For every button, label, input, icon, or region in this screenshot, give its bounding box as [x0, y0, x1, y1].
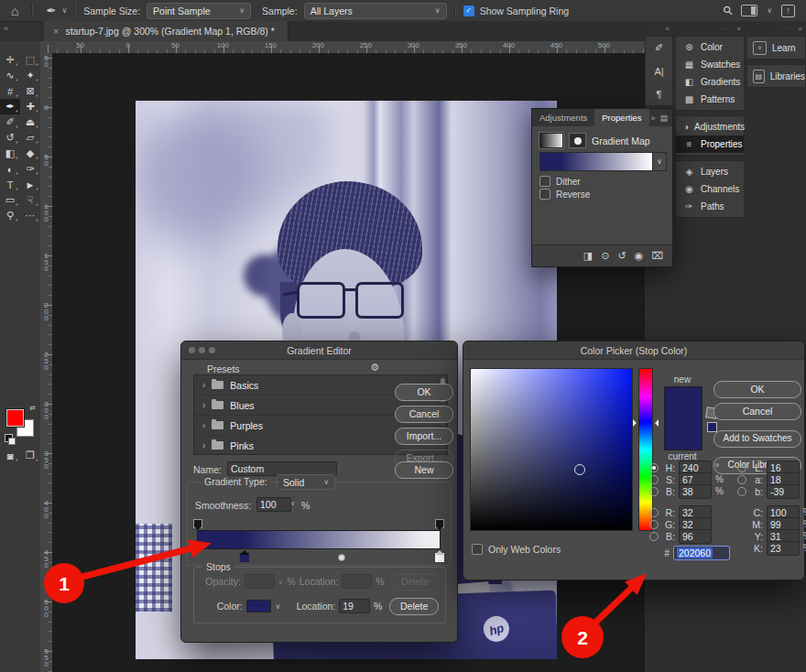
Learn[interactable]: ✧ Learn — [746, 36, 806, 60]
quick-mask-button[interactable]: ◙ — [0, 448, 20, 463]
gradient-preview[interactable]: ∨ — [539, 152, 667, 171]
panel-collapse-icon[interactable]: » — [650, 114, 655, 123]
gear-icon[interactable]: ⚙ — [370, 362, 379, 374]
new-button[interactable]: New — [395, 461, 453, 479]
close-tab-icon[interactable]: × — [53, 26, 59, 37]
color-mode-radio[interactable] — [649, 508, 659, 517]
window-zoom-button[interactable] — [209, 347, 215, 353]
delete-color-stop-button[interactable]: Delete — [389, 598, 439, 615]
Gradients[interactable]: ◧ Gradients — [676, 73, 744, 91]
gradient-type-dropdown[interactable]: Solid ∨ — [277, 474, 335, 490]
color-field[interactable] — [470, 368, 633, 531]
reset-icon[interactable]: ↺ — [617, 250, 626, 262]
color-mode-radio[interactable] — [649, 463, 659, 472]
midpoint-marker[interactable] — [338, 554, 345, 561]
color-picker-title-bar[interactable]: Color Picker (Stop Color) — [463, 341, 804, 360]
visibility-icon[interactable]: ◉ — [635, 250, 644, 262]
ok-button[interactable]: OK — [395, 384, 453, 401]
Properties[interactable]: ≡ Properties — [676, 135, 744, 153]
eyedropper-options-icon[interactable]: ✒ — [40, 4, 61, 17]
chevron-down-icon[interactable]: ∨ — [275, 602, 280, 611]
current-color-swatch[interactable] — [665, 418, 702, 450]
workspace-icon[interactable] — [741, 5, 757, 16]
share-icon[interactable]: ↑ — [781, 5, 795, 17]
brush-settings-icon[interactable]: ✐ — [646, 37, 672, 60]
type-tool[interactable]: T — [0, 177, 20, 192]
hex-input[interactable]: 202060 — [673, 546, 730, 560]
field-input[interactable]: -39 — [767, 484, 800, 499]
color-stop-end[interactable] — [434, 552, 445, 563]
vertical-ruler[interactable]: 50050100150200250300350400450500550 — [40, 53, 53, 672]
rectangular-marquee-tool[interactable]: ⬚ — [20, 52, 40, 68]
hue-slider-arrow-left[interactable] — [633, 419, 640, 427]
color-field-marker[interactable] — [574, 464, 585, 475]
color-mode-radio[interactable] — [649, 520, 659, 529]
ok-button[interactable]: OK — [713, 381, 801, 398]
clip-to-layer-icon[interactable]: ◨ — [583, 250, 593, 262]
chevron-down-icon[interactable]: ∨ — [767, 6, 772, 15]
gradient-editor-title-bar[interactable]: Gradient Editor — [181, 341, 457, 360]
sample-dropdown[interactable]: All Layers ∨ — [304, 3, 447, 19]
stop-color-swatch[interactable] — [246, 600, 272, 612]
move-tool[interactable]: ✛ — [0, 52, 20, 68]
quick-selection-tool[interactable]: ✦ — [20, 68, 40, 83]
cancel-button[interactable]: Cancel — [395, 406, 453, 423]
horizontal-ruler[interactable]: 50050100150200250300350400450500 — [40, 41, 645, 54]
expand-chevron-icon[interactable]: › — [202, 420, 205, 430]
Paths[interactable]: ✑ Paths — [676, 198, 744, 215]
Patterns[interactable]: ▩ Patterns — [676, 91, 744, 108]
document-tab[interactable]: × startup-7.jpg @ 300% (Gradient Map 1, … — [44, 21, 289, 41]
Color[interactable]: ⊛ Color — [676, 38, 744, 56]
crop-tool[interactable]: # — [0, 83, 20, 99]
screen-mode-button[interactable]: ❐ — [20, 448, 40, 463]
eraser-tool[interactable]: ▱ — [20, 130, 40, 146]
opacity-stop-start[interactable] — [193, 519, 202, 528]
panel-menu-icon[interactable]: ▤ — [659, 114, 668, 123]
brush-tool[interactable]: ✐ — [0, 114, 20, 130]
Swatches[interactable]: ▦ Swatches — [676, 56, 744, 73]
swap-colors-icon[interactable]: ⇄ — [29, 404, 36, 412]
color-mode-radio[interactable] — [649, 475, 659, 484]
Adjustments[interactable]: ◑ Adjustments — [676, 118, 744, 135]
color-stop-start[interactable] — [239, 552, 250, 563]
color-mode-radio[interactable] — [649, 532, 659, 541]
add-to-swatches-button[interactable]: Add to Swatches — [713, 430, 801, 448]
expand-chevron-icon[interactable]: › — [202, 440, 205, 450]
field-input[interactable]: 23 — [767, 541, 800, 556]
blur-tool[interactable]: ◆ — [20, 146, 40, 161]
healing-brush-tool[interactable]: ✚ — [20, 99, 40, 114]
layer-mask-icon[interactable] — [569, 133, 586, 148]
gradient-editor-bar[interactable] — [197, 530, 441, 549]
foreground-color-swatch[interactable] — [6, 409, 24, 427]
default-colors-icon[interactable] — [5, 434, 13, 442]
expand-chevron-icon[interactable]: › — [202, 380, 205, 390]
hand-tool[interactable]: ☟ — [20, 192, 40, 208]
reverse-checkbox[interactable] — [539, 189, 550, 200]
window-minimize-button[interactable] — [199, 347, 205, 353]
gradient-tool[interactable]: ◧ — [0, 146, 20, 161]
chevron-down-icon[interactable]: ∨ — [652, 153, 666, 170]
expand-chevron-icon[interactable]: › — [202, 400, 205, 410]
clone-stamp-tool[interactable]: ⏏ — [20, 114, 40, 130]
path-selection-tool[interactable]: ► — [20, 177, 40, 192]
opacity-stop-end[interactable] — [435, 519, 444, 528]
dither-checkbox[interactable] — [539, 176, 550, 187]
paragraph-panel-icon[interactable]: ¶ — [646, 82, 672, 105]
sample-size-dropdown[interactable]: Point Sample ∨ — [147, 3, 251, 19]
show-sampling-ring-checkbox[interactable]: ✓ — [463, 5, 474, 16]
cancel-button[interactable]: Cancel — [713, 403, 801, 420]
gradient-map-thumbnail[interactable] — [539, 133, 563, 148]
lasso-tool[interactable]: ∿ — [0, 68, 20, 83]
collapse-dock-icon[interactable]: « — [666, 25, 670, 33]
color-mode-radio[interactable] — [737, 487, 746, 496]
collapse-dock-icon[interactable]: « — [737, 25, 741, 33]
color-mode-radio[interactable] — [737, 475, 746, 484]
search-icon[interactable]: ⚲ — [720, 3, 735, 18]
Libraries[interactable]: ▤ Libraries — [746, 64, 806, 88]
pen-tool[interactable]: ✑ — [20, 161, 40, 177]
Layers[interactable]: ◈ Layers — [676, 163, 744, 180]
dodge-tool[interactable]: ◐ — [0, 161, 20, 177]
rectangle-tool[interactable]: ▭ — [0, 192, 20, 208]
chevron-down-icon[interactable]: ∨ — [61, 6, 67, 15]
Channels[interactable]: ◉ Channels — [676, 180, 744, 198]
